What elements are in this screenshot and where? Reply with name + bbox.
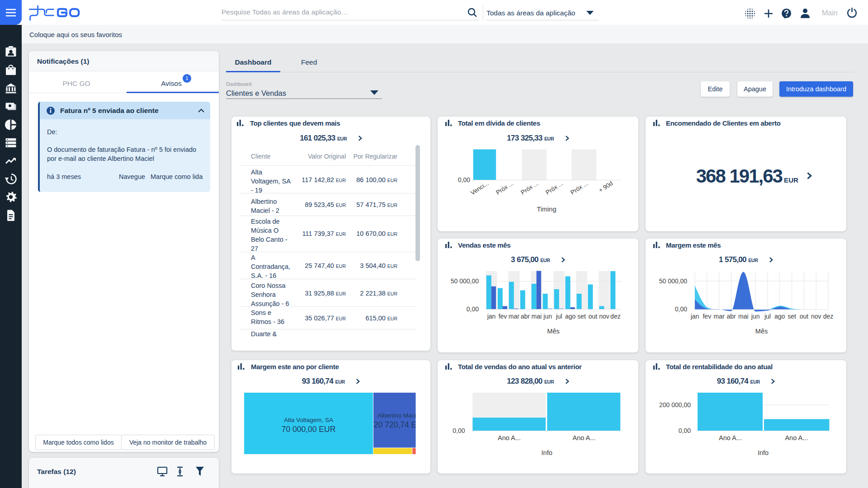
svg-text:Info: Info — [758, 449, 769, 456]
svg-text:ago: ago — [774, 313, 785, 320]
svg-text:mai: mai — [532, 313, 542, 320]
svg-text:abr: abr — [726, 313, 736, 320]
svg-text:abr: abr — [521, 313, 530, 320]
svg-text:70 000,00 EUR: 70 000,00 EUR — [282, 425, 336, 434]
svg-text:out: out — [800, 313, 809, 320]
svg-text:Próx ...: Próx ... — [544, 180, 564, 196]
svg-text:Alta Voltagem, SA: Alta Voltagem, SA — [284, 417, 333, 423]
svg-text:Timing: Timing — [537, 206, 557, 213]
svg-text:Ano A...: Ano A... — [498, 434, 521, 441]
svg-text:jun: jun — [543, 313, 552, 320]
svg-text:Próx ...: Próx ... — [519, 180, 539, 196]
svg-text:Próx ...: Próx ... — [495, 180, 514, 196]
svg-text:set: set — [577, 313, 586, 320]
svg-text:nov: nov — [811, 313, 821, 320]
svg-text:set: set — [788, 313, 796, 320]
svg-text:Ano A...: Ano A... — [719, 434, 742, 441]
svg-text:jan: jan — [690, 313, 699, 320]
svg-text:0,00: 0,00 — [453, 427, 465, 434]
svg-text:Mês: Mês — [547, 328, 559, 335]
svg-text:ago: ago — [565, 313, 576, 320]
svg-text:fev: fev — [703, 313, 711, 320]
svg-text:Albertino Maciel: Albertino Maciel — [377, 412, 421, 419]
svg-text:jul: jul — [556, 313, 562, 320]
svg-text:jul: jul — [764, 313, 771, 320]
svg-text:jan: jan — [487, 313, 496, 320]
svg-text:dez: dez — [610, 313, 621, 320]
svg-text:out: out — [589, 313, 598, 320]
svg-text:jun: jun — [751, 313, 760, 320]
svg-text:Info: Info — [542, 449, 552, 456]
svg-text:nov: nov — [599, 313, 609, 320]
svg-text:Próx ...: Próx ... — [569, 180, 589, 196]
svg-text:Ano A...: Ano A... — [573, 434, 596, 441]
svg-text:50 000,00: 50 000,00 — [659, 277, 687, 285]
svg-text:+ 90d: + 90d — [597, 180, 614, 194]
svg-text:mai: mai — [738, 313, 749, 320]
svg-text:Mês: Mês — [755, 328, 768, 335]
svg-text:Ano A...: Ano A... — [785, 434, 808, 441]
svg-text:0,00: 0,00 — [679, 427, 691, 434]
svg-text:Venci...: Venci... — [469, 180, 490, 197]
svg-text:50 000,00: 50 000,00 — [451, 277, 479, 285]
svg-text:0,00: 0,00 — [675, 305, 687, 313]
svg-text:mar: mar — [714, 313, 725, 320]
svg-text:fev: fev — [499, 313, 507, 320]
svg-text:0,00: 0,00 — [458, 176, 470, 183]
svg-text:mar: mar — [509, 313, 519, 320]
svg-text:20 720,74 EUR: 20 720,74 EUR — [374, 420, 428, 429]
svg-text:200 000,00: 200 000,00 — [659, 401, 691, 408]
svg-text:dez: dez — [823, 313, 834, 320]
svg-text:0,00: 0,00 — [467, 305, 479, 313]
